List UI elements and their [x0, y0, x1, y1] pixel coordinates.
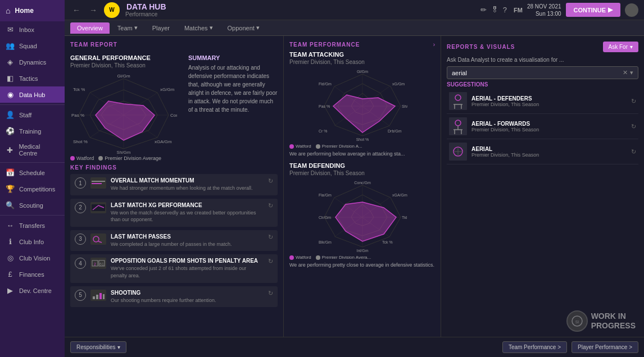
- sidebar-item-staff[interactable]: 👤 Staff: [0, 107, 65, 123]
- refresh-icon-1[interactable]: ↻: [268, 177, 273, 185]
- player-performance-button[interactable]: Player Performance >: [572, 341, 638, 353]
- tab-team[interactable]: Team ▾: [111, 22, 144, 34]
- sidebar-home[interactable]: ⌂ Home: [0, 0, 65, 21]
- sidebar-item-finances[interactable]: £ Finances: [0, 266, 65, 282]
- sidebar-item-dev-centre[interactable]: ▶ Dev. Centre: [0, 282, 65, 299]
- continue-button[interactable]: CONTINUE ▶: [566, 3, 620, 17]
- sidebar-item-medical[interactable]: ✚ Medical Centre: [0, 139, 65, 161]
- staff-icon: 👤: [6, 111, 15, 119]
- schedule-icon: 📅: [6, 168, 15, 177]
- suggestion-refresh-2[interactable]: ↻: [631, 123, 636, 130]
- sidebar-item-transfers[interactable]: ↔ Transfers: [0, 217, 65, 234]
- suggestion-refresh-3[interactable]: ↻: [631, 148, 636, 155]
- topbar-icons: ✏ 🎖 ? FM: [480, 6, 523, 14]
- refresh-icon-4[interactable]: ↻: [268, 258, 273, 265]
- key-findings-section: KEY FINDINGS 1 OVERALL MATCH MOMENTUM We…: [70, 164, 278, 307]
- data-hub-icon: ◉: [6, 90, 15, 99]
- finding-3: 3 LAST MATCH PASSES We completed a large…: [70, 230, 278, 251]
- sidebar-item-club-info[interactable]: ℹ Club Info: [0, 234, 65, 250]
- svg-text:Cr %: Cr %: [319, 129, 328, 133]
- team-perf-link[interactable]: ›: [433, 42, 435, 48]
- tab-matches[interactable]: Matches ▾: [178, 22, 220, 34]
- training-icon: ⚽: [6, 127, 15, 135]
- svg-text:Sh/Gm: Sh/Gm: [402, 104, 407, 108]
- tab-overview[interactable]: Overview: [70, 22, 110, 34]
- sidebar-item-squad[interactable]: 👥 Squad: [0, 38, 65, 54]
- refresh-icon-5[interactable]: ↻: [268, 290, 273, 297]
- team-performance-button[interactable]: Team Performance >: [502, 341, 567, 353]
- svg-text:xGA/Gm: xGA/Gm: [392, 193, 407, 197]
- watford-legend-dot: [70, 156, 75, 161]
- back-button[interactable]: ←: [70, 4, 83, 16]
- svg-text:Shot %: Shot %: [356, 138, 369, 141]
- scouting-icon: 🔍: [6, 201, 15, 209]
- tab-player[interactable]: Player: [146, 22, 176, 34]
- finding-5: 5 SHOOTING Our shooting numbers req: [70, 286, 278, 308]
- sidebar-item-schedule[interactable]: 📅 Schedule: [0, 164, 65, 181]
- defending-watford-label: Watford: [296, 255, 311, 260]
- svg-text:Shot %: Shot %: [73, 139, 88, 144]
- competitions-icon: 🏆: [6, 185, 15, 193]
- inbox-icon: ✉: [6, 25, 15, 34]
- refresh-icon-2[interactable]: ↻: [268, 202, 273, 209]
- svg-text:Blk/Gm: Blk/Gm: [319, 240, 332, 244]
- watford-legend-label: Watford: [76, 155, 94, 161]
- sidebar-item-training[interactable]: ⚽ Training: [0, 123, 65, 139]
- medical-icon: ✚: [6, 146, 14, 154]
- suggestion-refresh-1[interactable]: ↻: [631, 98, 636, 105]
- svg-text:Tck %: Tck %: [382, 240, 393, 244]
- sidebar-item-data-hub[interactable]: ◉ Data Hub: [0, 86, 65, 103]
- left-panel: TEAM REPORT GENERAL PERFORMANCE Premier …: [65, 36, 284, 337]
- sidebar-divider-1: [0, 104, 65, 105]
- attacking-desc: We are performing below average in attac…: [289, 151, 435, 157]
- svg-text:Conc/Gm: Conc/Gm: [354, 181, 371, 185]
- svg-text:xG/Gm: xG/Gm: [160, 87, 175, 92]
- defending-radar-svg: Conc/Gm xGA/Gm Tkl A/Gm Tck % Int/Gm Blk…: [318, 181, 407, 254]
- tab-opponent[interactable]: Opponent ▾: [221, 22, 266, 34]
- svg-text:Fld/Gm: Fld/Gm: [319, 82, 332, 86]
- ask-for-button[interactable]: Ask For ▾: [603, 42, 638, 52]
- sidebar-item-competitions[interactable]: 🏆 Competitions: [0, 181, 65, 197]
- pencil-icon[interactable]: ✏: [480, 6, 487, 14]
- refresh-icon-3[interactable]: ↻: [268, 234, 273, 241]
- search-dropdown-icon[interactable]: ▾: [630, 69, 633, 76]
- suggestion-img-1: [449, 92, 467, 110]
- finding-icon-4: 2 61: [90, 258, 106, 269]
- search-input[interactable]: [452, 70, 620, 76]
- search-box[interactable]: ✕ ▾: [447, 66, 638, 79]
- defending-avg-dot: [316, 255, 320, 260]
- suggestion-aerial[interactable]: AERIAL Premier Division, This Season ↻: [447, 139, 638, 164]
- svg-marker-7: [96, 101, 155, 140]
- fm-label: FM: [514, 7, 523, 13]
- svg-text:Gl/Gm: Gl/Gm: [117, 74, 130, 79]
- ask-for-chevron: ▾: [630, 44, 633, 50]
- sidebar-divider-3: [0, 215, 65, 216]
- finances-icon: £: [6, 270, 15, 278]
- sidebar-item-tactics[interactable]: ◧ Tactics: [0, 70, 65, 86]
- suggestion-aerial-defenders[interactable]: AERIAL - DEFENDERS Premier Division, Thi…: [447, 89, 638, 114]
- radar-svg: Gl/Gm xG/Gm Conc/Gm xGA/Gm Sh/Gm Shot % …: [70, 73, 177, 154]
- badge-icon[interactable]: 🎖: [491, 6, 498, 14]
- finding-icon-2: [90, 202, 106, 213]
- responsibilities-chevron: ▾: [117, 344, 120, 350]
- sidebar-item-club-vision[interactable]: ◎ Club Vision: [0, 250, 65, 266]
- chevron-down-icon-3: ▾: [256, 24, 260, 31]
- sidebar-item-dynamics[interactable]: ◈ Dynamics: [0, 54, 65, 70]
- sidebar-item-scouting[interactable]: 🔍 Scouting: [0, 197, 65, 213]
- sidebar-item-inbox[interactable]: ✉ Inbox: [0, 21, 65, 38]
- attacking-avg-label: Premier Division A...: [322, 144, 362, 149]
- help-icon[interactable]: ?: [503, 6, 507, 14]
- avatar: [625, 3, 638, 17]
- topbar: ← → W DATA HUB Performance ✏ 🎖 ? FM 28 N…: [65, 0, 644, 20]
- svg-rect-16: [92, 181, 105, 182]
- finding-num-2: 2: [75, 202, 86, 213]
- attacking-watford-dot: [289, 144, 294, 149]
- team-perf-title: TEAM PERFORMANCE: [289, 42, 360, 48]
- svg-text:xG/Gm: xG/Gm: [392, 82, 405, 86]
- suggestion-aerial-forwards[interactable]: AERIAL - FORWARDS Premier Division, This…: [447, 114, 638, 139]
- findings-list: 1 OVERALL MATCH MOMENTUM We had stronger…: [70, 174, 278, 307]
- clear-icon[interactable]: ✕: [623, 69, 628, 76]
- responsibilities-button[interactable]: Responsibilities ▾: [70, 341, 126, 353]
- forward-button[interactable]: →: [87, 4, 99, 16]
- chevron-down-icon: ▾: [134, 24, 138, 31]
